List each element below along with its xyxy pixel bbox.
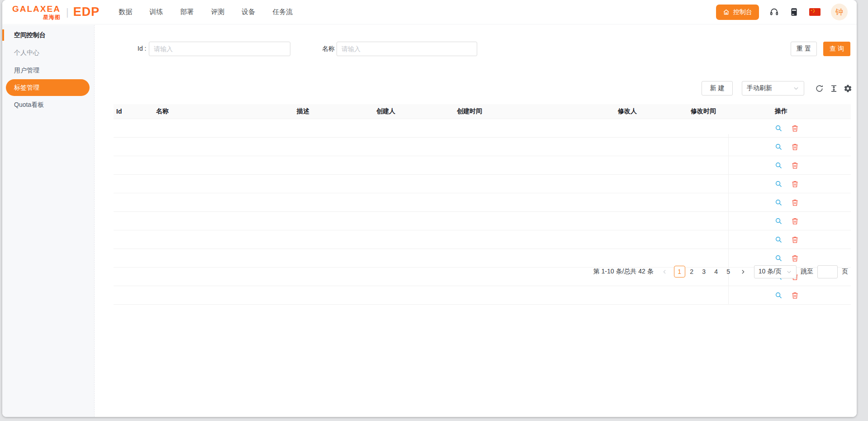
nav-item-4[interactable]: 评测: [211, 6, 224, 18]
nav-item-2[interactable]: 训练: [149, 6, 163, 18]
view-icon[interactable]: [775, 292, 783, 299]
table-cell-actions: [775, 143, 851, 151]
row-actions: [775, 254, 851, 262]
settings-gear-icon[interactable]: [844, 84, 852, 93]
table-cell-actions: [775, 217, 851, 225]
top-navbar: GALAXEA 星海图 | EDP 数据训练部署评测设备任务流 控制台: [2, 0, 857, 24]
table-cell-actions: [775, 124, 851, 132]
table-row: [114, 175, 851, 193]
delete-icon[interactable]: [791, 217, 799, 225]
delete-icon[interactable]: [791, 292, 799, 299]
table-cell-actions: [775, 292, 851, 299]
table-header-cell: 名称: [156, 107, 297, 115]
refresh-mode-select[interactable]: 手动刷新: [742, 81, 804, 96]
delete-icon[interactable]: [791, 254, 799, 262]
flag-cn-icon[interactable]: [809, 8, 821, 16]
prev-page-icon[interactable]: [660, 266, 670, 277]
page-number-1[interactable]: 1: [674, 266, 685, 277]
row-actions: [775, 292, 851, 299]
view-icon[interactable]: [775, 143, 783, 151]
sidebar-item[interactable]: 用户管理: [2, 62, 94, 79]
sidebar-item[interactable]: 空间控制台: [2, 26, 94, 44]
name-filter-input[interactable]: [337, 42, 477, 56]
row-actions: [775, 180, 851, 188]
row-actions: [775, 217, 851, 225]
sidebar: 空间控制台个人中心用户管理标签管理Quota看板: [2, 25, 95, 417]
pagination: 第 1-10 条/总共 42 条 12345 10 条/页 跳至 页: [593, 265, 848, 278]
table-header-cell: 描述: [297, 107, 376, 115]
table-row: [114, 156, 851, 175]
table-cell-actions: [775, 254, 851, 262]
table-header-cell: 修改时间: [691, 107, 775, 115]
next-page-icon[interactable]: [738, 266, 748, 277]
delete-icon[interactable]: [791, 124, 799, 132]
table-toolbar: 新 建 手动刷新: [95, 81, 857, 96]
page-list: 12345: [674, 266, 734, 277]
table-header-cell: Id: [116, 108, 156, 115]
page-number-2[interactable]: 2: [686, 266, 697, 277]
table-header-row: Id名称描述创建人创建时间修改人修改时间操作: [114, 104, 851, 119]
view-icon[interactable]: [775, 254, 783, 262]
row-height-icon[interactable]: [830, 84, 838, 93]
jump-page-input[interactable]: [817, 265, 838, 278]
view-icon[interactable]: [775, 199, 783, 206]
sidebar-item[interactable]: 个人中心: [2, 44, 94, 62]
name-filter-label: 名称 :: [322, 45, 338, 53]
view-icon[interactable]: [775, 162, 783, 169]
filter-bar: Id : 名称 : 重 置 查 询: [95, 42, 857, 56]
sidebar-item[interactable]: Quota看板: [2, 96, 94, 114]
delete-icon[interactable]: [791, 199, 799, 206]
new-button[interactable]: 新 建: [702, 81, 733, 96]
main-content: Id : 名称 : 重 置 查 询 新 建 手动刷新: [95, 25, 857, 417]
view-icon[interactable]: [775, 236, 783, 244]
row-actions: [775, 199, 851, 206]
headset-icon[interactable]: [769, 7, 779, 17]
page-number-3[interactable]: 3: [698, 266, 710, 277]
row-actions: [775, 236, 851, 244]
logo-divider: |: [66, 6, 69, 18]
table-cell-actions: [775, 162, 851, 169]
console-button-label: 控制台: [733, 8, 752, 16]
view-icon[interactable]: [775, 180, 783, 188]
table-row: [114, 119, 851, 138]
delete-icon[interactable]: [791, 180, 799, 188]
avatar-initial: 钟: [835, 7, 843, 17]
page-size-value: 10 条/页: [759, 268, 782, 276]
refresh-mode-value: 手动刷新: [747, 84, 772, 92]
view-icon[interactable]: [775, 124, 783, 132]
table-header-cell: 创建时间: [457, 107, 618, 115]
table-row: [114, 286, 851, 305]
delete-icon[interactable]: [791, 162, 799, 169]
nav-item-6[interactable]: 任务流: [272, 6, 293, 18]
jump-label: 跳至: [801, 268, 813, 276]
delete-icon[interactable]: [791, 143, 799, 151]
brand-logo: GALAXEA 星海图: [12, 5, 61, 20]
app-window: GALAXEA 星海图 | EDP 数据训练部署评测设备任务流 控制台: [2, 0, 857, 417]
page-size-select[interactable]: 10 条/页: [754, 265, 797, 278]
home-icon: [723, 9, 730, 15]
refresh-icon[interactable]: [815, 84, 824, 93]
primary-nav: 数据训练部署评测设备任务流: [119, 6, 293, 18]
nav-item-5[interactable]: 设备: [242, 6, 255, 18]
delete-icon[interactable]: [791, 236, 799, 244]
nav-item-3[interactable]: 部署: [180, 6, 194, 18]
page-number-5[interactable]: 5: [723, 266, 734, 277]
table-cell-actions: [775, 199, 851, 206]
table-row: [114, 212, 851, 230]
table-cell-actions: [775, 180, 851, 188]
user-avatar[interactable]: 钟: [831, 4, 848, 20]
console-button[interactable]: 控制台: [716, 5, 759, 20]
reset-button[interactable]: 重 置: [791, 42, 817, 56]
row-actions: [775, 143, 851, 151]
nav-item-1[interactable]: 数据: [119, 6, 132, 18]
product-name: EDP: [73, 5, 100, 19]
sidebar-item[interactable]: 标签管理: [6, 79, 90, 96]
table-row: [114, 193, 851, 212]
table-header-cell: 修改人: [618, 107, 691, 115]
page-number-4[interactable]: 4: [711, 266, 722, 277]
logo-sub-text: 星海图: [43, 14, 61, 20]
query-button[interactable]: 查 询: [823, 42, 850, 56]
docs-icon[interactable]: [789, 7, 799, 17]
view-icon[interactable]: [775, 217, 783, 225]
id-filter-input[interactable]: [149, 42, 290, 56]
